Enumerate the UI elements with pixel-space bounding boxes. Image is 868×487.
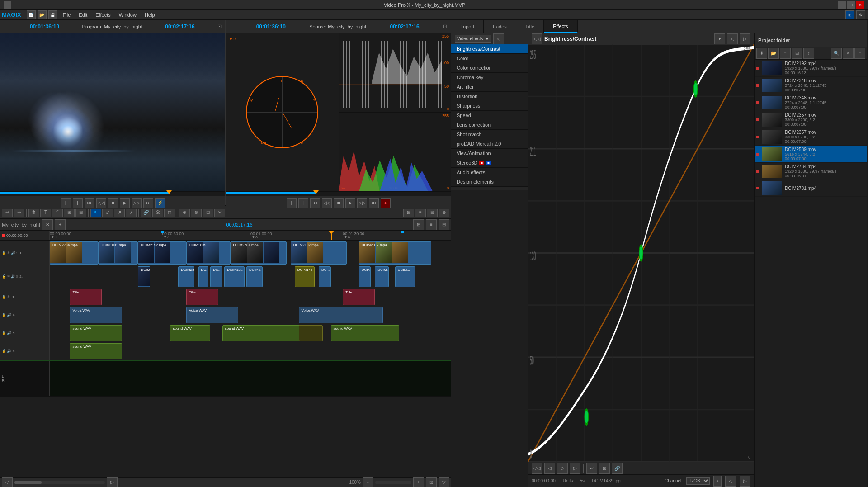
clip-t2-3[interactable]: DC... — [198, 266, 208, 287]
track-2-eye-icon[interactable]: 👁 — [7, 274, 10, 279]
fit-btn[interactable]: ⊡ — [426, 477, 437, 487]
track-1-mute-icon[interactable]: 🔊 — [11, 251, 15, 255]
clip-t2-8[interactable]: DCIM... — [359, 266, 371, 287]
effect-prodad[interactable]: proDAD Mercalli 2.0 — [451, 139, 528, 149]
prog-prev-marker[interactable]: ⏮ — [85, 198, 94, 208]
source-expand-icon[interactable]: ⊡ — [443, 24, 447, 29]
track-5-mute-icon[interactable]: 🔊 — [7, 331, 11, 335]
clip-t2-1[interactable]: DCIM... — [138, 266, 150, 287]
maximize-button[interactable]: □ — [847, 1, 855, 9]
track-2-solo-icon[interactable]: S — [16, 274, 18, 279]
program-menu-icon[interactable]: ≡ — [4, 24, 7, 29]
zoom-in-btn[interactable]: + — [413, 477, 424, 487]
pf-more[interactable]: ≡ — [854, 48, 865, 59]
tl-list-view[interactable]: ≡ — [426, 219, 437, 230]
effect-color[interactable]: Color — [451, 54, 528, 63]
folder-item-dcim2357b[interactable]: DCIM2357.mov 3300 x 2200, 3:2 00:00:07:0… — [755, 128, 867, 146]
pf-grid[interactable]: ⊞ — [792, 48, 802, 59]
timeline-scroll-bar[interactable] — [14, 481, 105, 484]
clip-t2-2[interactable]: DCIM235... — [178, 266, 194, 287]
src-prev-marker[interactable]: ⏮ — [310, 198, 320, 208]
folder-item-dcim2348a[interactable]: DCIM2348.mov 2724 x 2048, 1:112745 00:00… — [755, 77, 867, 94]
effects-collapse[interactable]: ◁ — [493, 33, 504, 44]
clip-sound-2[interactable]: sound WAV — [170, 325, 210, 341]
curve-next-btn[interactable]: ▷ — [740, 476, 750, 487]
track-1-solo-icon[interactable]: S — [16, 251, 18, 255]
src-next-marker[interactable]: ⏭ — [369, 198, 379, 208]
curve-prev[interactable]: ◁ — [727, 33, 738, 44]
clip-voice-3[interactable]: Voice.WAV — [299, 307, 383, 323]
clip-t2-dcim146[interactable]: DCIM146.... — [295, 266, 315, 287]
program-expand-icon[interactable]: ⊡ — [217, 24, 222, 29]
prog-rewind[interactable]: ◁◁ — [96, 198, 106, 208]
track-5-lock-icon[interactable]: 🔒 — [2, 331, 6, 335]
prog-stop[interactable]: ■ — [108, 198, 118, 208]
curve-menu[interactable]: ▼ — [714, 33, 725, 44]
track-4-mute-icon[interactable]: 🔊 — [7, 313, 11, 317]
effect-brightness-contrast[interactable]: Brightness/Contrast — [451, 44, 528, 54]
track-1-lock-icon[interactable]: 🔒 — [2, 251, 6, 255]
menu-help[interactable]: Help — [141, 11, 159, 19]
track-2-mute-icon[interactable]: 🔊 — [11, 274, 15, 279]
effect-audio[interactable]: Audio effects — [451, 168, 528, 177]
marker-btn[interactable]: ▽ — [439, 477, 449, 487]
pf-list[interactable]: ≡ — [780, 48, 791, 59]
effect-lens-correction[interactable]: Lens correction — [451, 120, 528, 130]
zoom-slider[interactable] — [375, 481, 411, 484]
menu-file[interactable]: File — [59, 11, 75, 19]
prog-mark-in[interactable]: [ — [61, 198, 71, 208]
folder-item-dcim2589[interactable]: DCIM2589.mov 5616 x 3744, 3:2 00:00:07:0… — [755, 146, 867, 163]
source-scrubber[interactable] — [226, 192, 451, 196]
src-play[interactable]: ▶ — [345, 198, 355, 208]
curve-autostretch[interactable]: A — [713, 476, 722, 487]
prog-ffwd[interactable]: ▷▷ — [132, 198, 142, 208]
clip-t2-7[interactable]: DC... — [319, 266, 331, 287]
prog-next-marker[interactable]: ⏭ — [143, 198, 153, 208]
effect-distortion[interactable]: Distortion — [451, 92, 528, 101]
src-record[interactable]: ● — [381, 198, 391, 208]
track-2-lock-icon[interactable]: 🔒 — [2, 274, 6, 279]
close-button[interactable]: ✕ — [856, 1, 864, 9]
program-scrubber[interactable] — [0, 192, 225, 196]
clip-title-3[interactable]: Title... — [343, 289, 375, 305]
pf-import[interactable]: ⬇ — [756, 48, 767, 59]
scroll-left[interactable]: ◁ — [2, 477, 13, 487]
folder-item-dcim2357a[interactable]: DCIM2357.mov 3300 x 2200, 3:2 00:00:07:0… — [755, 111, 867, 128]
clip-dcim2781[interactable]: DCIM2781.mp4 — [231, 241, 287, 265]
pf-sort[interactable]: ↕ — [803, 48, 814, 59]
curve-reset[interactable]: ↩ — [586, 463, 597, 474]
extra-icon-2[interactable]: ⚙ — [856, 10, 865, 19]
minimize-button[interactable]: ─ — [838, 1, 846, 9]
clip-t2-10[interactable]: DCIM... — [395, 266, 415, 287]
tl-view-toggle[interactable]: ⊞ — [413, 219, 424, 230]
clip-sound6-1[interactable]: sound WAV — [70, 343, 122, 359]
curve-prev-frame[interactable]: ◁◁ — [532, 463, 542, 474]
scroll-right[interactable]: ▷ — [107, 477, 118, 487]
clip-dcim2192b[interactable]: DCIM2192.mp4 — [291, 241, 347, 265]
clip-voice-1[interactable]: Voice.WAV — [70, 307, 122, 323]
curve-next-kf[interactable]: ▷ — [570, 463, 580, 474]
open-icon[interactable]: 📂 — [38, 10, 47, 19]
tl-storyboard[interactable]: ⊟ — [439, 219, 449, 230]
effect-sharpness[interactable]: Sharpness — [451, 101, 528, 111]
menu-edit[interactable]: Edit — [75, 11, 91, 19]
clip-sound-small[interactable] — [299, 325, 323, 341]
clip-dcim1001[interactable]: DCIM1001.mp4 — [98, 241, 138, 265]
folder-item-dcim2734[interactable]: DCIM2734.mp4 1920 x 1080, 29,97 frames/s… — [755, 163, 867, 180]
tl-add-track[interactable]: + — [55, 219, 66, 230]
src-mark-out[interactable]: ] — [298, 198, 308, 208]
curve-next[interactable]: ▷ — [740, 33, 750, 44]
src-mark-in[interactable]: [ — [287, 198, 297, 208]
clip-dcim1839[interactable]: DCIM1839... — [186, 241, 231, 265]
clip-sound-4[interactable]: sound WAV — [331, 325, 399, 341]
clip-t2-4[interactable]: DC... — [210, 266, 222, 287]
new-icon[interactable]: 📄 — [27, 10, 36, 19]
save-icon[interactable]: 💾 — [48, 10, 57, 19]
track-6-mute-icon[interactable]: 🔊 — [7, 349, 11, 353]
effect-chroma-key[interactable]: Chroma key — [451, 73, 528, 82]
src-stop[interactable]: ■ — [334, 198, 344, 208]
effect-color-correction[interactable]: Color correction — [451, 63, 528, 73]
prog-lightning[interactable]: ⚡ — [155, 198, 165, 208]
curve-prev-kf[interactable]: ◁ — [544, 463, 555, 474]
track-6-lock-icon[interactable]: 🔒 — [2, 349, 6, 353]
